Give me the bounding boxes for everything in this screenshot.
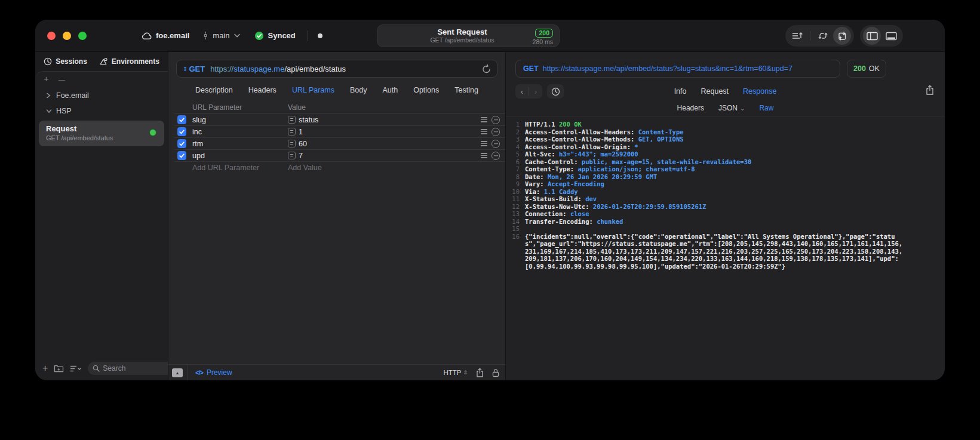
url-scheme[interactable]: https:// bbox=[210, 64, 234, 73]
tab-testing[interactable]: Testing bbox=[454, 86, 478, 94]
header-value: public, max-age=15, stale-while-revalida… bbox=[582, 158, 751, 165]
tab-info[interactable]: Info bbox=[674, 87, 687, 96]
remove-param-button[interactable] bbox=[491, 152, 500, 160]
tree-group-hsp[interactable]: HSP bbox=[35, 103, 168, 119]
toggle-bottom-panel-button[interactable] bbox=[882, 27, 900, 45]
branch-switcher[interactable]: main bbox=[202, 31, 239, 40]
param-value-field[interactable]: 7 bbox=[299, 152, 303, 160]
param-enabled-checkbox[interactable] bbox=[177, 115, 186, 124]
column-header-name: URL Parameter bbox=[174, 103, 288, 112]
chevron-down-icon: ⌄ bbox=[740, 105, 745, 112]
search-input[interactable] bbox=[103, 364, 168, 373]
environments-icon bbox=[99, 57, 108, 66]
params-rows: slug = status bbox=[174, 113, 505, 161]
view-headers[interactable]: Headers bbox=[677, 104, 704, 112]
response-nav-row: ‹ › Info Request Response bbox=[506, 82, 945, 100]
url-path[interactable]: /api/embed/status bbox=[284, 64, 346, 73]
zoom-window-button[interactable] bbox=[78, 32, 87, 40]
window-controls bbox=[47, 32, 87, 40]
tab-headers[interactable]: Headers bbox=[248, 86, 277, 94]
remove-item-button[interactable]: — bbox=[59, 74, 65, 85]
close-window-button[interactable] bbox=[47, 32, 56, 40]
tab-body[interactable]: Body bbox=[350, 86, 367, 94]
tab-auth[interactable]: Auth bbox=[382, 86, 398, 94]
cloud-icon bbox=[142, 32, 152, 40]
view-raw[interactable]: Raw bbox=[759, 104, 773, 112]
toggle-left-panel-button[interactable] bbox=[863, 27, 881, 45]
tab-environments[interactable]: Environments bbox=[99, 57, 159, 66]
line-number: 16 bbox=[506, 233, 525, 270]
response-request-url[interactable]: GET https://statuspage.me/api/embed/stat… bbox=[515, 60, 840, 78]
header-name: Access-Control-Allow-Methods bbox=[525, 136, 631, 143]
add-param-name-placeholder[interactable]: Add URL Parameter bbox=[174, 164, 288, 172]
add-param-row: Add URL Parameter Add Value bbox=[174, 161, 505, 173]
tab-url-params[interactable]: URL Params bbox=[292, 86, 334, 94]
sync-branches-button[interactable] bbox=[814, 27, 832, 45]
import-export-button[interactable] bbox=[833, 27, 851, 45]
tab-request[interactable]: Request bbox=[701, 87, 729, 96]
param-value-field[interactable]: status bbox=[299, 116, 318, 124]
param-enabled-checkbox[interactable] bbox=[177, 127, 186, 136]
sync-status[interactable]: Synced bbox=[254, 31, 296, 41]
add-item-button[interactable]: + bbox=[44, 74, 49, 85]
remove-param-button[interactable] bbox=[491, 140, 500, 148]
param-enabled-checkbox[interactable] bbox=[177, 139, 186, 148]
param-value-field[interactable]: 1 bbox=[299, 128, 303, 136]
header-value: 2026-01-26T20:29:59.859105261Z bbox=[593, 203, 706, 210]
new-request-button[interactable]: + bbox=[42, 364, 48, 373]
line-number: 1 bbox=[506, 121, 525, 128]
share-button[interactable] bbox=[476, 368, 484, 377]
add-param-value-placeholder[interactable]: Add Value bbox=[288, 164, 322, 172]
tab-options[interactable]: Options bbox=[413, 86, 439, 94]
view-json[interactable]: JSON ⌄ bbox=[718, 104, 745, 112]
lock-icon[interactable] bbox=[492, 368, 499, 377]
forward-button[interactable]: › bbox=[529, 87, 542, 96]
header-value: close bbox=[570, 210, 589, 217]
list-options-button[interactable] bbox=[70, 365, 82, 373]
remove-param-button[interactable] bbox=[491, 116, 500, 124]
new-folder-button[interactable] bbox=[54, 364, 64, 373]
param-name-field[interactable]: rtm bbox=[192, 140, 288, 148]
tree-group-foe-email[interactable]: Foe.email bbox=[35, 88, 168, 103]
export-response-button[interactable] bbox=[926, 85, 934, 95]
drag-handle-icon[interactable] bbox=[481, 116, 487, 124]
back-button[interactable]: ‹ bbox=[515, 87, 529, 96]
minimize-window-button[interactable] bbox=[63, 32, 71, 40]
param-enabled-checkbox[interactable] bbox=[177, 151, 186, 160]
response-header-line: 7 Content-Type: application/json; charse… bbox=[506, 165, 945, 173]
header-value: * bbox=[634, 143, 638, 150]
response-raw-body[interactable]: 1 HTTP/1.1 200 OK 2 Access-Control-Allow… bbox=[506, 116, 945, 380]
line-number: 15 bbox=[506, 225, 525, 233]
preview-button[interactable]: </> Preview bbox=[195, 368, 232, 377]
drag-handle-icon[interactable] bbox=[481, 140, 487, 147]
sidebar: Sessions Environments + — bbox=[35, 52, 168, 380]
response-json-text: {"incidents":null,"overall":{"code":"ope… bbox=[525, 233, 945, 270]
method-selector-icon[interactable]: ⇕ bbox=[183, 66, 188, 72]
request-list-item-selected[interactable]: Request GET /api/embed/status bbox=[39, 121, 164, 146]
header-name: Content-Type bbox=[525, 165, 570, 173]
param-value-field[interactable]: 60 bbox=[299, 140, 307, 148]
param-name-field[interactable]: upd bbox=[192, 152, 288, 160]
project-switcher[interactable]: foe.email bbox=[142, 31, 189, 40]
remove-param-button[interactable] bbox=[491, 128, 500, 136]
tab-description[interactable]: Description bbox=[195, 86, 233, 94]
history-clock-button[interactable] bbox=[547, 84, 564, 99]
drag-handle-icon[interactable] bbox=[481, 152, 487, 159]
tab-response[interactable]: Response bbox=[743, 87, 776, 96]
expand-drawer-button[interactable]: ▲ bbox=[172, 368, 183, 377]
url-host[interactable]: statuspage.me bbox=[234, 64, 284, 73]
tab-sessions[interactable]: Sessions bbox=[44, 57, 87, 66]
send-reload-button[interactable] bbox=[482, 64, 491, 73]
sidebar-panel: + — Foe.email bbox=[35, 71, 168, 380]
param-name-field[interactable]: slug bbox=[192, 116, 288, 124]
drag-handle-icon[interactable] bbox=[481, 128, 487, 136]
request-url-field[interactable]: ⇕ GET https://statuspage.me/api/embed/st… bbox=[176, 60, 497, 78]
response-status-button[interactable]: 200 OK bbox=[847, 60, 886, 78]
sort-list-button[interactable] bbox=[788, 27, 806, 45]
param-row: inc = 1 bbox=[174, 125, 505, 137]
updown-icon: ⇕ bbox=[463, 370, 468, 376]
method-label[interactable]: GET bbox=[189, 64, 205, 73]
protocol-selector[interactable]: HTTP ⇕ bbox=[443, 369, 468, 376]
param-name-field[interactable]: inc bbox=[192, 128, 288, 136]
sent-request-pill[interactable]: Sent Request GET /api/embed/status 200 2… bbox=[377, 24, 560, 47]
